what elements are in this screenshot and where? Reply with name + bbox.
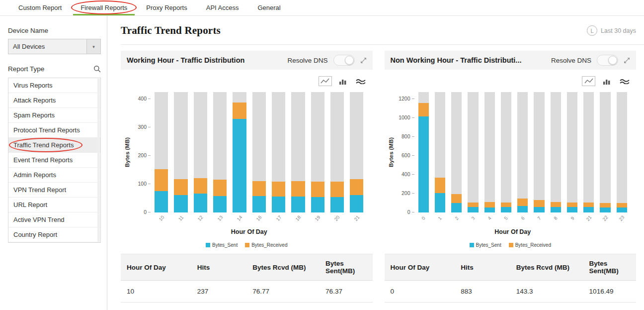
x-tick-label: 0 (418, 212, 429, 227)
legend-swatch (470, 243, 474, 247)
col-header-hits: Hits (455, 254, 510, 281)
y-tick-mark (412, 136, 414, 137)
tab-proxy-reports[interactable]: Proxy Reports (137, 0, 196, 15)
search-icon[interactable] (93, 65, 101, 73)
area-chart-icon[interactable] (618, 76, 631, 86)
col-header-hits: Hits (191, 254, 246, 281)
bar-chart-icon[interactable] (600, 76, 613, 86)
x-tick-label: 5 (501, 212, 511, 227)
segment-bytes-sent (534, 207, 544, 212)
table-cell: 1016.49 (583, 281, 636, 303)
chart-type-switcher (385, 70, 637, 87)
legend-bytes-sent[interactable]: Bytes_Sent (206, 242, 238, 248)
bar-hour-1[interactable] (435, 92, 445, 212)
panel-working-hour: Working Hour - Traffic Distribution Reso… (121, 51, 373, 303)
line-chart-icon[interactable] (582, 76, 595, 86)
report-type-list: Virus ReportsAttack ReportsSpam ReportsP… (8, 78, 101, 243)
bar-hour-22[interactable] (600, 92, 610, 212)
bar-hour-18[interactable] (291, 92, 305, 212)
bar-hour-19[interactable] (311, 92, 324, 212)
x-tick-label: 7 (534, 212, 544, 227)
bar-hour-20[interactable] (330, 92, 344, 212)
x-axis: 0123456789212223 (415, 212, 631, 227)
sidebar-item-protocol-trend-reports[interactable]: Protocol Trend Reports (8, 123, 100, 138)
legend-bytes-sent[interactable]: Bytes_Sent (470, 242, 501, 248)
table-row: 0883143.31016.49 (385, 281, 637, 303)
table-header-row: Hour Of DayHitsBytes Rcvd (MB)Bytes Sent… (121, 254, 373, 281)
bar-hour-13[interactable] (213, 92, 227, 212)
expand-icon[interactable] (360, 57, 367, 64)
bar-hour-4[interactable] (484, 92, 495, 212)
tab-api-access[interactable]: API Access (197, 0, 248, 15)
bar-hour-3[interactable] (468, 92, 478, 212)
sidebar-item-url-report[interactable]: URL Report (8, 198, 100, 212)
bar-hour-21[interactable] (350, 92, 363, 212)
bar-hour-12[interactable] (194, 92, 207, 212)
expand-icon[interactable] (624, 57, 630, 64)
col-header-hour-of-day: Hour Of Day (385, 254, 455, 281)
x-tick-label: 16 (252, 212, 266, 227)
sidebar-item-traffic-trend-reports[interactable]: Traffic Trend Reports (8, 138, 100, 153)
resolve-dns-toggle[interactable] (333, 55, 355, 66)
legend-bytes-received[interactable]: Bytes_Received (509, 242, 551, 248)
sidebar-item-attack-reports[interactable]: Attack Reports (8, 93, 100, 108)
scrollbar-track[interactable] (97, 79, 100, 242)
area-chart-icon[interactable] (354, 76, 368, 86)
bar-hour-17[interactable] (272, 92, 285, 212)
x-tick-label: 3 (468, 212, 478, 227)
segment-bytes-sent (252, 196, 266, 212)
bar-chart-icon[interactable] (336, 76, 350, 86)
col-header-hour-of-day: Hour Of Day (121, 254, 191, 281)
bar-hour-9[interactable] (567, 92, 577, 212)
table-cell: 0 (385, 281, 455, 303)
legend-bytes-received[interactable]: Bytes_Received (245, 242, 287, 248)
tab-general[interactable]: General (248, 0, 290, 15)
bar-hour-10[interactable] (155, 92, 168, 212)
bar-hour-14[interactable] (233, 92, 246, 212)
chevron-down-icon[interactable]: ▾ (86, 39, 100, 54)
bar-hour-6[interactable] (517, 92, 528, 212)
x-tick-label: 10 (155, 212, 168, 227)
bar-hour-21[interactable] (583, 92, 594, 212)
page-layout: Device Name All Devices ▾ Report Type Vi… (0, 16, 644, 310)
x-tick-label: 21 (350, 212, 363, 227)
sidebar-item-active-vpn-trend[interactable]: Active VPN Trend (8, 212, 100, 227)
tab-bar: Custom ReportFirewall ReportsProxy Repor… (0, 0, 644, 16)
x-tick-label: 13 (213, 212, 227, 227)
sidebar-item-vpn-trend-report[interactable]: VPN Trend Report (8, 183, 100, 198)
segment-bytes-sent (600, 207, 610, 212)
bar-hour-0[interactable] (418, 92, 429, 212)
segment-bytes-sent (194, 194, 207, 212)
resolve-dns-label: Resolve DNS (551, 57, 591, 64)
sidebar-item-virus-reports[interactable]: Virus Reports (8, 78, 100, 93)
device-select[interactable]: All Devices ▾ (8, 39, 101, 54)
tab-firewall-reports[interactable]: Firewall Reports (71, 0, 137, 15)
y-tick-label: 200 (402, 190, 410, 196)
bar-hour-2[interactable] (451, 92, 462, 212)
traffic-table: Hour Of DayHitsBytes Rcvd (MB)Bytes Sent… (121, 254, 373, 303)
table-header-row: Hour Of DayHitsBytes Rcvd (MB)Bytes Sent… (385, 254, 637, 281)
segment-bytes-sent (350, 195, 363, 212)
y-axis: 0100200300400 (132, 92, 152, 212)
legend-swatch (245, 243, 249, 247)
segment-bytes-sent (272, 197, 285, 212)
sidebar-item-country-report[interactable]: Country Report (8, 227, 100, 242)
x-tick-label: 4 (484, 212, 495, 227)
bar-hour-23[interactable] (617, 92, 627, 212)
sidebar-item-admin-reports[interactable]: Admin Reports (8, 168, 100, 183)
resolve-dns-toggle[interactable] (597, 55, 618, 66)
bar-hour-7[interactable] (534, 92, 544, 212)
y-tick-label: 300 (138, 124, 147, 130)
bar-hour-8[interactable] (551, 92, 561, 212)
line-chart-icon[interactable] (319, 76, 332, 86)
sidebar-item-spam-reports[interactable]: Spam Reports (8, 108, 100, 123)
y-tick-label: 1000 (399, 114, 410, 120)
period-selector[interactable]: L Last 30 days (587, 25, 636, 36)
segment-bytes-sent (330, 197, 344, 212)
bar-hour-16[interactable] (252, 92, 266, 212)
clock-icon: L (587, 25, 597, 36)
bar-hour-5[interactable] (501, 92, 511, 212)
bar-hour-11[interactable] (174, 92, 187, 212)
sidebar-item-event-trend-reports[interactable]: Event Trend Reports (8, 153, 100, 168)
tab-custom-report[interactable]: Custom Report (9, 0, 71, 15)
